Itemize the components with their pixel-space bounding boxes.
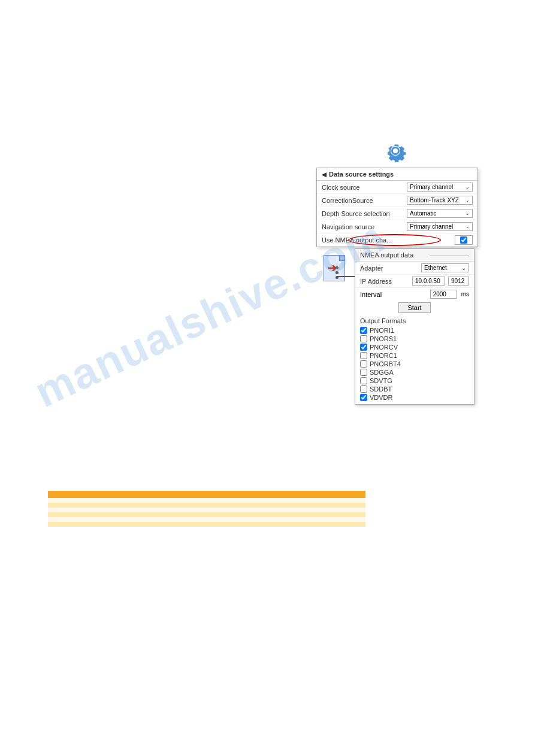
format-checkbox-pnors1[interactable] xyxy=(360,335,367,342)
navigation-source-value: Primary channel xyxy=(410,223,453,230)
navigation-source-arrow-icon: ⌄ xyxy=(466,224,470,229)
adapter-value: Ethernet xyxy=(424,265,447,271)
format-row: PNORI1 xyxy=(360,326,469,335)
table-cell xyxy=(48,517,153,522)
data-source-panel: ◀ Data source settings Clock source Prim… xyxy=(316,168,478,247)
output-formats-label: Output Formats xyxy=(360,317,469,324)
table-cell xyxy=(261,517,365,522)
clock-source-row: Clock source Primary channel ⌄ xyxy=(317,181,477,194)
format-label-sddbt: SDDBT xyxy=(370,385,392,393)
nmea-panel-title: NMEA output data xyxy=(360,251,413,259)
table-row xyxy=(48,512,365,517)
doc-icon-area: ➔ xyxy=(316,250,352,286)
format-label-pnori1: PNORI1 xyxy=(370,327,394,334)
gear-icon-container xyxy=(381,136,410,165)
nmea-panel: NMEA output data —————— Adapter Ethernet… xyxy=(355,248,474,405)
format-row: PNORBT4 xyxy=(360,360,469,368)
table-header-col2 xyxy=(153,491,261,498)
format-checkbox-sdgga[interactable] xyxy=(360,369,367,376)
navigation-source-label: Navigation source xyxy=(322,223,407,230)
nmea-output-row: Use NMEA output cha... xyxy=(317,233,477,247)
format-label-sdgga: SDGGA xyxy=(370,369,394,376)
format-checkbox-pnori1[interactable] xyxy=(360,327,367,334)
table-cell xyxy=(153,522,261,527)
table-header-col1 xyxy=(48,491,153,498)
collapse-arrow-icon: ◀ xyxy=(322,171,327,178)
format-checkbox-vdvdr[interactable] xyxy=(360,394,367,401)
navigation-source-row: Navigation source Primary channel ⌄ xyxy=(317,220,477,233)
format-row: SDVTG xyxy=(360,377,469,385)
table-row xyxy=(48,503,365,508)
format-label-pnorbt4: PNORBT4 xyxy=(370,360,401,368)
format-label-pnors1: PNORS1 xyxy=(370,335,397,342)
dot-1 xyxy=(335,266,338,269)
table-cell xyxy=(48,498,153,503)
dot-2 xyxy=(335,271,338,274)
data-source-header: ◀ Data source settings xyxy=(317,168,477,181)
format-checkbox-pnorcv[interactable] xyxy=(360,344,367,351)
output-formats-section: Output Formats PNORI1PNORS1PNORCVPNORC1P… xyxy=(355,315,474,404)
table-row xyxy=(48,508,365,512)
data-source-title: Data source settings xyxy=(329,171,394,178)
format-row: PNORS1 xyxy=(360,335,469,343)
depth-source-row: Depth Source selection Automatic ⌄ xyxy=(317,207,477,220)
clock-source-dropdown[interactable]: Primary channel ⌄ xyxy=(407,183,473,192)
format-label-sdvtg: SDVTG xyxy=(370,377,392,384)
navigation-source-dropdown[interactable]: Primary channel ⌄ xyxy=(407,222,473,231)
table-row xyxy=(48,517,365,522)
adapter-dropdown[interactable]: Ethernet ⌄ xyxy=(421,263,469,272)
nmea-output-checkbox[interactable] xyxy=(460,236,467,244)
adapter-arrow-icon: ⌄ xyxy=(461,265,466,271)
table-cell xyxy=(261,508,365,512)
nmea-panel-header: NMEA output data —————— xyxy=(355,249,474,262)
interval-label: Interval xyxy=(360,291,382,298)
table-cell xyxy=(153,512,261,517)
table-cell xyxy=(48,508,153,512)
clock-source-arrow-icon: ⌄ xyxy=(466,184,470,190)
table-cell xyxy=(153,508,261,512)
format-label-vdvdr: VDVDR xyxy=(370,394,393,401)
start-button[interactable]: Start xyxy=(398,302,430,313)
port-input[interactable] xyxy=(448,277,469,286)
format-checkbox-sddbt[interactable] xyxy=(360,385,367,393)
format-row: PNORC1 xyxy=(360,351,469,360)
depth-source-dropdown[interactable]: Automatic ⌄ xyxy=(407,209,473,218)
correction-source-arrow-icon: ⌄ xyxy=(466,198,470,203)
depth-source-arrow-icon: ⌄ xyxy=(466,211,470,216)
correction-source-row: CorrectionSource Bottom-Track XYZ ⌄ xyxy=(317,194,477,207)
correction-source-value: Bottom-Track XYZ xyxy=(410,197,459,204)
format-row: VDVDR xyxy=(360,393,469,402)
gear-icon[interactable] xyxy=(383,139,407,163)
interval-input[interactable] xyxy=(430,290,457,299)
depth-source-label: Depth Source selection xyxy=(322,210,407,217)
interval-row: Interval ms xyxy=(355,288,474,300)
format-checkbox-pnorbt4[interactable] xyxy=(360,360,367,368)
table-cell xyxy=(48,503,153,508)
table-container xyxy=(48,491,365,527)
table-cell xyxy=(153,498,261,503)
table-row xyxy=(48,522,365,527)
adapter-label: Adapter xyxy=(360,265,383,272)
correction-source-dropdown[interactable]: Bottom-Track XYZ ⌄ xyxy=(407,196,473,205)
format-row: SDGGA xyxy=(360,368,469,377)
table-header-col3 xyxy=(261,491,365,498)
table-cell xyxy=(261,512,365,517)
format-rows-container: PNORI1PNORS1PNORCVPNORC1PNORBT4SDGGASDVT… xyxy=(360,326,469,402)
format-label-pnorc1: PNORC1 xyxy=(370,352,397,359)
format-checkbox-pnorc1[interactable] xyxy=(360,352,367,359)
format-label-pnorcv: PNORCV xyxy=(370,344,398,351)
watermark: manualshive.com xyxy=(60,210,359,419)
format-row: PNORCV xyxy=(360,343,469,351)
format-checkbox-sdvtg[interactable] xyxy=(360,377,367,384)
doc-fold xyxy=(339,256,344,261)
adapter-row: Adapter Ethernet ⌄ xyxy=(355,262,474,275)
document-icon: ➔ xyxy=(324,255,345,281)
ip-label: IP Address xyxy=(360,278,392,285)
clock-source-value: Primary channel xyxy=(410,184,453,190)
ip-address-input[interactable] xyxy=(412,277,445,286)
clock-source-label: Clock source xyxy=(322,184,407,191)
table-cell xyxy=(153,517,261,522)
ip-address-row: IP Address xyxy=(355,275,474,288)
interval-unit: ms xyxy=(461,291,469,297)
format-row: SDDBT xyxy=(360,385,469,393)
